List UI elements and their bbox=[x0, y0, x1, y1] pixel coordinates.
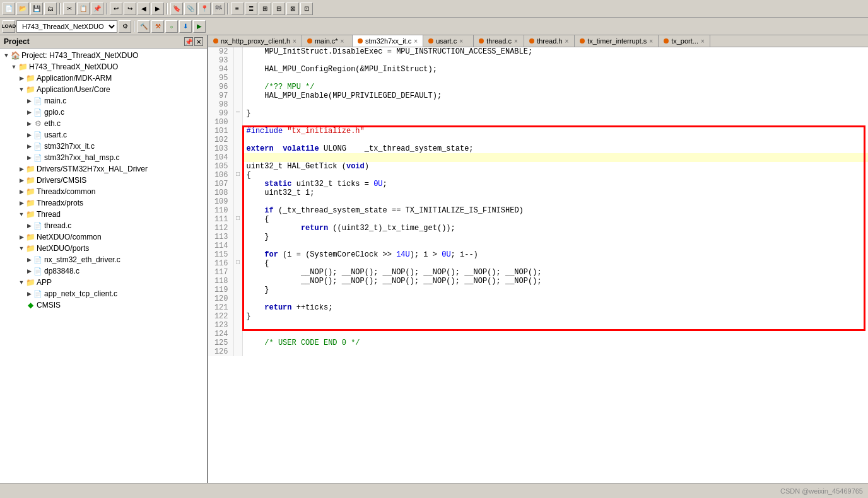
tree-toggle-stm32-hal[interactable]: ▶ bbox=[25, 154, 33, 161]
line-fold[interactable] bbox=[233, 180, 242, 188]
tab-main-c[interactable]: main.c* × bbox=[302, 35, 353, 47]
bookmark2-btn[interactable]: 📎 bbox=[184, 3, 197, 15]
line-fold[interactable] bbox=[233, 250, 242, 259]
tree-item-app[interactable]: ▼ 📁 APP bbox=[0, 277, 207, 288]
line-fold[interactable] bbox=[233, 127, 242, 136]
tab-close-main-c[interactable]: × bbox=[341, 38, 344, 45]
redo-btn[interactable]: ↪ bbox=[124, 3, 136, 15]
tree-item-mdk[interactable]: ▶ 📁 Application/MDK-ARM bbox=[0, 72, 207, 84]
tree-item-cmsis[interactable]: ◆ CMSIS bbox=[0, 299, 207, 311]
download-btn[interactable]: ⬇ bbox=[179, 20, 192, 33]
tab-usart-c[interactable]: usart.c × bbox=[423, 35, 474, 47]
indent4-btn[interactable]: ⊟ bbox=[273, 3, 285, 15]
line-fold[interactable] bbox=[233, 197, 242, 206]
back-btn[interactable]: ◀ bbox=[138, 3, 150, 15]
line-fold[interactable] bbox=[233, 339, 242, 347]
indent6-btn[interactable]: ⊡ bbox=[300, 3, 313, 15]
tree-toggle-h743[interactable]: ▼ bbox=[10, 63, 18, 71]
line-fold[interactable] bbox=[233, 65, 242, 74]
tab-close-tx-port[interactable]: × bbox=[701, 38, 705, 45]
tree-item-gpio-c[interactable]: ▶ 📄 gpio.c bbox=[0, 107, 207, 118]
line-fold[interactable]: ─ bbox=[233, 109, 242, 118]
tree-toggle-app-netx[interactable]: ▶ bbox=[25, 290, 33, 298]
indent5-btn[interactable]: ⊠ bbox=[286, 3, 299, 15]
tab-tx-timer[interactable]: tx_timer_interrupt.s × bbox=[575, 35, 659, 47]
tree-toggle-thread[interactable]: ▼ bbox=[18, 211, 25, 218]
tree-item-stm32-it[interactable]: ▶ 📄 stm32h7xx_it.c bbox=[0, 141, 207, 152]
line-fold[interactable] bbox=[233, 241, 242, 250]
tree-item-h743[interactable]: ▼ 📁 H743_ThreadX_NetXDUO bbox=[0, 61, 207, 72]
tree-container[interactable]: ▼ 🏠 Project: H743_ThreadX_NetXDUO ▼ 📁 H7… bbox=[0, 49, 207, 483]
build-btn[interactable]: 🔨 bbox=[138, 20, 150, 33]
tree-toggle-app[interactable]: ▼ bbox=[18, 279, 25, 286]
line-fold[interactable] bbox=[233, 136, 242, 144]
tab-close-stm32-it[interactable]: × bbox=[414, 38, 418, 45]
tab-close-tx-timer[interactable]: × bbox=[649, 38, 653, 45]
tab-close-thread-h[interactable]: × bbox=[565, 38, 569, 45]
rebuild-btn[interactable]: ⚒ bbox=[151, 20, 164, 33]
line-fold[interactable] bbox=[233, 91, 242, 100]
tree-item-project-root[interactable]: ▼ 🏠 Project: H743_ThreadX_NetXDUO bbox=[0, 50, 207, 61]
line-fold[interactable] bbox=[233, 294, 242, 303]
tree-item-threadx-prots[interactable]: ▶ 📁 Threadx/prots bbox=[0, 197, 207, 209]
panel-pin-btn[interactable]: 📌 bbox=[184, 37, 193, 46]
bookmark3-btn[interactable]: 📍 bbox=[198, 3, 211, 15]
tab-nx-http[interactable]: nx_http_proxy_client.h × bbox=[208, 35, 302, 47]
fwd-btn[interactable]: ▶ bbox=[151, 3, 164, 15]
tab-thread-h[interactable]: thread.h × bbox=[524, 35, 575, 47]
tree-toggle-stm32-it[interactable]: ▶ bbox=[25, 142, 33, 150]
tree-toggle-dp83848[interactable]: ▶ bbox=[25, 267, 33, 275]
tab-stm32-it[interactable]: stm32h7xx_it.c × bbox=[353, 35, 423, 47]
line-fold[interactable]: □ bbox=[233, 171, 242, 180]
tree-toggle-gpio-c[interactable]: ▶ bbox=[25, 108, 33, 116]
line-fold[interactable] bbox=[233, 268, 242, 277]
project-dropdown[interactable]: H743_ThreadX_NetXDUO bbox=[16, 20, 117, 33]
tree-item-netxduo-ports[interactable]: ▼ 📁 NetXDUO/ports bbox=[0, 243, 207, 254]
line-fold[interactable]: □ bbox=[233, 215, 242, 224]
debug-btn[interactable]: ▶ bbox=[193, 20, 206, 33]
tree-toggle-eth-c[interactable]: ▶ bbox=[25, 120, 33, 127]
line-fold[interactable] bbox=[233, 74, 242, 83]
line-fold[interactable] bbox=[233, 206, 242, 215]
line-fold[interactable] bbox=[233, 224, 242, 233]
cut-btn[interactable]: ✂ bbox=[63, 3, 76, 15]
indent2-btn[interactable]: ≣ bbox=[245, 3, 257, 15]
tree-toggle-usart-c[interactable]: ▶ bbox=[25, 131, 33, 139]
tree-item-eth-c[interactable]: ▶ ⚙ eth.c bbox=[0, 118, 207, 129]
tree-item-core[interactable]: ▼ 📁 Application/User/Core bbox=[0, 84, 207, 95]
tree-item-stm32-hal[interactable]: ▶ 📄 stm32h7xx_hal_msp.c bbox=[0, 152, 207, 163]
tree-item-thread-c[interactable]: ▶ 📄 thread.c bbox=[0, 220, 207, 231]
tree-item-drv-cmsis[interactable]: ▶ 📁 Drivers/CMSIS bbox=[0, 175, 207, 186]
tree-toggle-nx-stm32[interactable]: ▶ bbox=[25, 256, 33, 263]
tree-toggle-threadx-common[interactable]: ▶ bbox=[18, 188, 25, 195]
line-fold[interactable] bbox=[233, 286, 242, 294]
new-file-btn[interactable]: 📄 bbox=[3, 3, 15, 15]
line-fold[interactable]: □ bbox=[233, 259, 242, 268]
line-fold[interactable] bbox=[233, 347, 242, 356]
tab-close-usart-c[interactable]: × bbox=[459, 38, 463, 45]
tree-toggle-core[interactable]: ▼ bbox=[18, 86, 25, 93]
indent3-btn[interactable]: ⊞ bbox=[259, 3, 271, 15]
tree-toggle-netxduo-common[interactable]: ▶ bbox=[18, 233, 25, 241]
tree-toggle-thread-c[interactable]: ▶ bbox=[25, 222, 33, 229]
tree-item-usart-c[interactable]: ▶ 📄 usart.c bbox=[0, 129, 207, 141]
tree-toggle-root[interactable]: ▼ bbox=[3, 52, 10, 59]
tab-tx-port[interactable]: tx_port... × bbox=[659, 35, 710, 47]
bookmark-btn[interactable]: 🔖 bbox=[170, 3, 183, 15]
line-fold[interactable] bbox=[233, 277, 242, 286]
tree-item-netxduo-common[interactable]: ▶ 📁 NetXDUO/common bbox=[0, 231, 207, 243]
configure-btn[interactable]: ⚙ bbox=[119, 20, 131, 33]
line-fold[interactable] bbox=[233, 47, 242, 56]
tree-item-app-netx[interactable]: ▶ 📄 app_netx_tcp_client.c bbox=[0, 288, 207, 299]
line-fold[interactable] bbox=[233, 56, 242, 65]
code-editor[interactable]: 92 MPU_InitStruct.DisableExec = MPU_INST… bbox=[208, 47, 868, 483]
save-btn[interactable]: 💾 bbox=[30, 3, 43, 15]
line-fold[interactable] bbox=[233, 118, 242, 127]
line-fold[interactable] bbox=[233, 162, 242, 171]
tree-item-main-c[interactable]: ▶ 📄 main.c bbox=[0, 95, 207, 107]
paste-btn[interactable]: 📌 bbox=[91, 3, 103, 15]
copy-btn[interactable]: 📋 bbox=[77, 3, 90, 15]
line-fold[interactable] bbox=[233, 303, 242, 312]
open-btn[interactable]: 📂 bbox=[16, 3, 29, 15]
tree-item-threadx-common[interactable]: ▶ 📁 Threadx/common bbox=[0, 186, 207, 197]
